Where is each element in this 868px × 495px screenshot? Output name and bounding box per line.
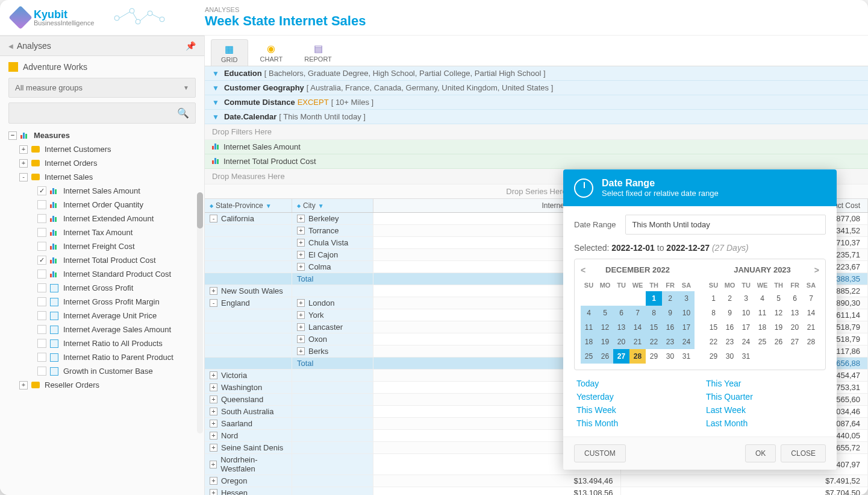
measure-group-select[interactable]: All measure groups ▼ <box>8 78 196 98</box>
expand-icon[interactable]: - <box>210 299 217 307</box>
calendar-day[interactable]: 2 <box>722 291 738 306</box>
prev-month-button[interactable]: < <box>581 265 585 275</box>
calendar-day[interactable]: 15 <box>646 320 662 335</box>
expand-icon[interactable]: - <box>210 215 217 222</box>
tree-item[interactable]: Growth in Customer Base <box>8 364 202 378</box>
tree-item[interactable]: Internet Gross Profit <box>8 281 202 295</box>
expand-icon[interactable]: + <box>297 335 305 343</box>
expand-icon[interactable]: + <box>210 477 217 485</box>
calendar-day[interactable]: 5 <box>770 291 787 306</box>
calendar-day[interactable]: 20 <box>787 320 803 335</box>
checkbox[interactable] <box>37 325 46 334</box>
calendar-day[interactable]: 3 <box>678 291 695 306</box>
custom-button[interactable]: CUSTOM <box>574 444 626 462</box>
tree-item[interactable]: Internet Ratio to Parent Product <box>8 350 202 364</box>
sort-icon[interactable]: ▼ <box>318 203 324 209</box>
calendar-day[interactable]: 18 <box>754 320 770 335</box>
checkbox[interactable] <box>37 367 46 376</box>
calendar-day[interactable]: 20 <box>613 335 629 349</box>
filter-row[interactable]: ▼Commute Distance EXCEPT[ 10+ Miles ] <box>205 95 868 110</box>
breadcrumb[interactable]: ANALYSES <box>205 6 366 13</box>
tree-item[interactable]: Internet Sales Amount <box>8 184 202 198</box>
collapse-icon[interactable]: − <box>8 131 17 140</box>
expand-icon[interactable]: + <box>297 251 305 259</box>
calendar-day[interactable]: 24 <box>678 335 695 349</box>
expand-icon[interactable]: + <box>210 408 217 415</box>
calendar-day[interactable]: 31 <box>738 349 754 364</box>
checkbox[interactable] <box>37 339 46 348</box>
ok-button[interactable]: OK <box>745 444 776 462</box>
tree-item[interactable]: Internet Gross Profit Margin <box>8 295 202 309</box>
tab-grid[interactable]: ▦GRID <box>211 39 248 66</box>
preset-link[interactable]: This Year <box>706 379 823 388</box>
calendar-day[interactable]: 8 <box>705 306 722 320</box>
calendar-day[interactable]: 30 <box>662 349 678 364</box>
calendar-day[interactable]: 26 <box>770 335 787 349</box>
calendar-day[interactable]: 21 <box>803 320 819 335</box>
scrollbar-thumb[interactable] <box>197 192 203 229</box>
expand-icon[interactable]: - <box>19 173 28 181</box>
calendar-day[interactable]: 27 <box>613 349 629 364</box>
calendar-day[interactable]: 26 <box>597 349 613 364</box>
measure-pill[interactable]: Internet Sales Amount <box>205 140 868 154</box>
calendar-day[interactable]: 31 <box>678 349 695 364</box>
calendar-day[interactable]: 14 <box>629 320 646 335</box>
calendar-day[interactable]: 29 <box>705 349 722 364</box>
calendar-day[interactable]: 17 <box>678 320 695 335</box>
checkbox[interactable] <box>37 270 46 279</box>
checkbox[interactable] <box>37 311 46 320</box>
calendar-day[interactable]: 12 <box>770 306 787 320</box>
calendar-day[interactable]: 13 <box>613 320 629 335</box>
expand-icon[interactable]: + <box>297 227 305 235</box>
calendar-day[interactable]: 3 <box>738 291 754 306</box>
date-range-input[interactable]: This Month Until today <box>625 215 826 235</box>
calendar-day[interactable]: 5 <box>597 306 613 320</box>
calendar-day[interactable]: 21 <box>629 335 646 349</box>
calendar-day[interactable]: 9 <box>722 306 738 320</box>
tab-report[interactable]: ▤REPORT <box>295 39 342 66</box>
checkbox[interactable] <box>37 228 46 237</box>
calendar-day[interactable]: 24 <box>738 335 754 349</box>
calendar-day[interactable]: 1 <box>705 291 722 306</box>
calendar-day[interactable]: 19 <box>597 335 613 349</box>
calendar-day[interactable]: 19 <box>770 320 787 335</box>
expand-icon[interactable]: + <box>210 444 217 452</box>
calendar-day[interactable]: 28 <box>629 349 646 364</box>
calendar-day[interactable]: 10 <box>738 306 754 320</box>
preset-link[interactable]: This Week <box>576 405 694 415</box>
expand-icon[interactable]: + <box>297 215 305 222</box>
tree-item[interactable]: Internet Average Unit Price <box>8 309 202 323</box>
expand-icon[interactable]: + <box>210 287 217 295</box>
calendar-day[interactable]: 6 <box>613 306 629 320</box>
calendar-day[interactable]: 29 <box>646 349 662 364</box>
expand-icon[interactable]: + <box>19 159 28 168</box>
preset-link[interactable]: Today <box>576 379 694 388</box>
next-month-button[interactable]: > <box>814 265 819 275</box>
calendar-day[interactable]: 2 <box>662 291 678 306</box>
expand-icon[interactable]: + <box>210 432 217 440</box>
expand-icon[interactable]: + <box>297 299 305 307</box>
calendar-day[interactable]: 25 <box>754 335 770 349</box>
drop-filters[interactable]: Drop Filters Here <box>205 124 868 140</box>
tree-folder[interactable]: +Reseller Orders <box>8 378 202 392</box>
filter-row[interactable]: ▼Customer Geography [ Australia, France,… <box>205 81 868 95</box>
measure-pill[interactable]: Internet Total Product Cost <box>205 154 868 169</box>
expand-icon[interactable]: + <box>210 420 217 427</box>
tree-folder[interactable]: +Internet Orders <box>8 156 202 170</box>
tree-item[interactable]: Internet Standard Product Cost <box>8 267 202 281</box>
preset-link[interactable]: Yesterday <box>576 392 694 402</box>
checkbox[interactable] <box>37 200 46 209</box>
expand-icon[interactable]: + <box>297 311 305 319</box>
expand-icon[interactable]: + <box>19 145 28 154</box>
expand-icon[interactable]: + <box>210 383 217 391</box>
expand-icon[interactable]: + <box>297 323 305 331</box>
calendar-day[interactable]: 7 <box>629 306 646 320</box>
expand-icon[interactable]: + <box>210 489 217 495</box>
calendar-day[interactable]: 15 <box>705 320 722 335</box>
expand-icon[interactable]: + <box>19 381 28 389</box>
tree-item[interactable]: Internet Ratio to All Products <box>8 336 202 350</box>
calendar-day[interactable]: 25 <box>581 349 597 364</box>
preset-link[interactable]: Last Month <box>706 418 823 428</box>
tree-folder[interactable]: -Internet Sales <box>8 170 202 184</box>
calendar-day[interactable]: 4 <box>754 291 770 306</box>
